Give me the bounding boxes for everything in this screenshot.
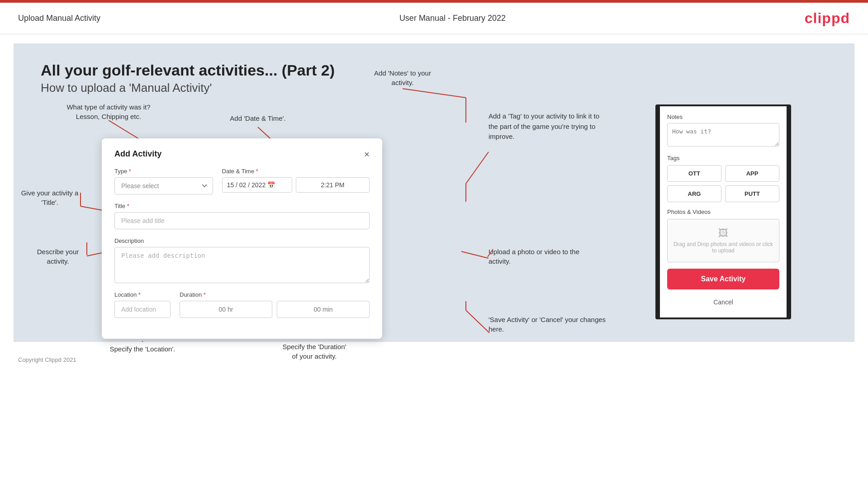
tag-arg[interactable]: ARG <box>667 185 721 202</box>
date-field[interactable]: 15 / 02 / 2022 📅 <box>222 177 292 193</box>
duration-min-input[interactable] <box>277 301 370 318</box>
location-required: * <box>138 291 141 298</box>
form-group-title: Title * <box>114 203 370 229</box>
annotation-location: Specify the 'Location'. <box>97 344 188 354</box>
time-field[interactable]: 2:21 PM <box>296 177 370 193</box>
annotation-give-title: Give your activity a 'Title'. <box>18 188 81 207</box>
photos-icon: 🖼 <box>672 227 774 239</box>
add-activity-dialog: Add Activity × Type * Please select Date… <box>102 138 382 339</box>
phone-content: Notes Tags OTT APP ARG PUTT Photos & Vid… <box>660 106 787 317</box>
svg-line-12 <box>466 152 489 184</box>
dialog-title: Add Activity <box>114 149 161 159</box>
notes-label: Notes <box>667 114 779 120</box>
annotation-notes: Add 'Notes' to your activity. <box>357 68 448 87</box>
photos-label: Photos & Videos <box>667 208 779 215</box>
duration-hr-input[interactable] <box>180 301 272 318</box>
calendar-icon: 📅 <box>267 181 275 189</box>
title-input[interactable] <box>114 212 370 229</box>
annotation-duration: Specify the 'Duration' of your activity. <box>265 342 364 361</box>
form-group-description: Description <box>114 237 370 283</box>
type-select[interactable]: Please select <box>114 177 213 194</box>
type-label: Type * <box>114 168 213 175</box>
svg-line-14 <box>461 251 489 258</box>
svg-line-16 <box>466 310 489 333</box>
desc-label: Description <box>114 237 370 244</box>
annotation-save: 'Save Activity' or 'Cancel' your changes… <box>489 315 611 334</box>
photos-drop-zone[interactable]: 🖼 Drag and Drop photos and videos or cli… <box>667 219 779 262</box>
header-center: User Manual - February 2022 <box>399 14 506 23</box>
title-required: * <box>127 203 129 209</box>
annotation-photo: Upload a photo or video to the activity. <box>489 247 597 266</box>
description-textarea[interactable] <box>114 247 370 283</box>
tag-ott[interactable]: OTT <box>667 165 721 182</box>
header-left: Upload Manual Activity <box>18 14 100 23</box>
duration-group <box>180 301 370 318</box>
form-row-type-datetime: Type * Please select Date & Time * 15 / … <box>114 168 370 194</box>
cancel-button[interactable]: Cancel <box>667 294 779 310</box>
form-group-duration: Duration * <box>180 291 370 318</box>
form-row-location-duration: Location * Duration * <box>114 291 370 318</box>
notes-textarea[interactable] <box>667 123 779 147</box>
tag-app[interactable]: APP <box>725 165 779 182</box>
location-label: Location * <box>114 291 171 298</box>
datetime-label: Date & Time * <box>222 168 370 175</box>
close-button[interactable]: × <box>364 150 370 159</box>
logo: clippd <box>805 10 850 27</box>
save-activity-button[interactable]: Save Activity <box>667 269 779 289</box>
date-time-group: 15 / 02 / 2022 📅 2:21 PM <box>222 177 370 193</box>
annotation-tag: Add a 'Tag' to your activity to link it … <box>489 111 606 142</box>
header: Upload Manual Activity User Manual - Feb… <box>0 3 868 34</box>
annotation-describe: Describe your activity. <box>26 247 90 266</box>
form-group-datetime: Date & Time * 15 / 02 / 2022 📅 2:21 PM <box>222 168 370 193</box>
duration-label: Duration * <box>180 291 370 298</box>
tags-label: Tags <box>667 155 779 161</box>
datetime-required: * <box>256 168 258 175</box>
annotation-date-time: Add 'Date & Time'. <box>222 114 294 123</box>
phone-panel: Notes Tags OTT APP ARG PUTT Photos & Vid… <box>655 104 791 319</box>
duration-required: * <box>204 291 206 298</box>
title-label: Title * <box>114 203 370 209</box>
annotation-activity-type: What type of activity was it? Lesson, Ch… <box>59 102 158 121</box>
form-group-type: Type * Please select <box>114 168 213 194</box>
dialog-header: Add Activity × <box>114 149 370 159</box>
type-required: * <box>129 168 131 175</box>
form-group-location: Location * <box>114 291 171 318</box>
location-input[interactable] <box>114 301 171 318</box>
main-content: All your golf-relevant activities... (Pa… <box>14 43 854 342</box>
tag-putt[interactable]: PUTT <box>725 185 779 202</box>
tags-grid: OTT APP ARG PUTT <box>667 165 779 202</box>
